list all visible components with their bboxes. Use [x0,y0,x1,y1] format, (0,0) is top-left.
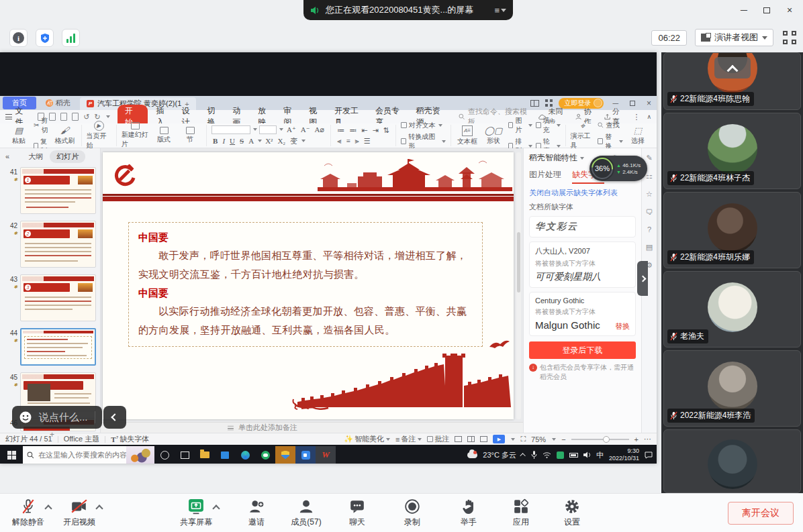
login-download-button[interactable]: 登录后下载 [529,341,636,359]
indent-button[interactable]: ⇥ [371,126,379,135]
outline-tab[interactable]: 大纲 [28,152,43,162]
settings-button[interactable]: 设置 [551,498,594,528]
panel-caret-icon[interactable] [580,157,584,160]
start-video-button[interactable]: 开启视频 [58,498,101,528]
clock[interactable]: 9:30 2022/10/31 [609,447,639,462]
maximize-icon[interactable] [757,3,776,17]
paste-button[interactable]: ▤粘贴 [7,126,30,146]
raise-hand-button[interactable]: 举手 [447,498,490,528]
comments-button[interactable]: 批注 [427,434,449,444]
zoom-percent[interactable]: 75% [531,435,546,443]
format-painter-button[interactable]: 🖌格式刷 [54,126,77,146]
slideshow-play-button[interactable]: ▶ [493,435,505,443]
close-icon[interactable]: × [780,3,799,17]
taskbar-store[interactable] [215,446,235,464]
emoji-smiley-icon[interactable] [19,411,32,424]
slide-thumbnail-44-selected[interactable]: 44✱ [1,328,96,366]
align-right-button[interactable]: ⫸ [354,137,361,146]
decrease-font-button[interactable]: A⁻ [299,125,312,134]
export-icon[interactable] [49,113,56,121]
taskbar-task-view[interactable] [175,446,195,464]
align-center-button[interactable]: ≡ [344,137,351,145]
phone-tray-icon[interactable] [557,451,564,459]
superscript-button[interactable]: X² [264,137,274,145]
tab-image-processing[interactable]: 图片处理 [529,169,561,184]
replace-font-link[interactable]: 替换 [615,321,630,331]
members-button[interactable]: 成员(57) [285,498,328,528]
current-slide[interactable]: 中国要 敢于发声，呼吁世界他国相互尊重、平等相待对话，增进相互了解，实现文明交流… [103,152,514,419]
phonetic-button[interactable]: 变 [289,136,299,146]
undo-icon[interactable]: ↺ [83,113,89,121]
invite-button[interactable]: 邀请 [235,498,278,528]
slide-thumbnail-43[interactable]: 43✱ 3 [1,274,96,321]
align-left-button[interactable]: ⫷ [336,137,342,146]
clear-format-button[interactable]: A⌀ [314,125,326,134]
performance-overlay[interactable]: 36% ▲ 46.1K/s ▼ 2.4K/s [589,156,647,181]
slides-tab[interactable]: 幻灯片 [50,150,85,163]
play-from-current-button[interactable]: ▶当页开始 [87,121,111,150]
banner-layout-menu-icon[interactable]: ≡ [494,5,506,15]
expand-panel-tab[interactable] [637,261,648,296]
taskbar-security[interactable] [275,446,295,464]
chat-button[interactable]: 聊天 [336,498,379,528]
participant-tile[interactable]: 22新能源4班陈思翰 [663,52,801,110]
picture-button[interactable]: 图片 [508,116,532,135]
tray-expand-icon[interactable] [520,453,525,458]
participant-tile[interactable]: 22新能源4班胡乐娜 [663,192,801,268]
favorite-icon[interactable]: ☆ [646,190,653,199]
taskbar-explorer[interactable] [195,446,215,464]
split-window-icon[interactable] [530,100,539,107]
participant-tile[interactable]: 22新能源4班林子杰 [663,113,801,189]
new-slide-button[interactable]: 新建幻灯片 [122,122,149,149]
meeting-security-button[interactable] [36,29,54,47]
select-button[interactable]: ⬚选择 [626,126,649,146]
notebook-icon[interactable]: ▤ [646,243,653,252]
increase-font-button[interactable]: A⁺ [285,125,297,134]
quickbar-caret-icon[interactable] [106,115,110,118]
taskbar-meeting-app[interactable] [295,446,316,464]
text-box-button[interactable]: A≡文本框 [456,125,479,146]
line-spacing-button[interactable]: ⇅ [382,126,391,135]
font-name-box[interactable] [211,125,250,134]
collapse-ribbon-icon[interactable]: ∧ [647,113,651,120]
cut-button[interactable]: ✂ 剪切 [34,116,50,135]
slide-text-box[interactable]: 中国要 敢于发声，呼吁世界他国相互尊重、平等相待对话，增进相互了解，实现文明交流… [128,222,483,347]
weather-icon[interactable] [467,452,477,458]
notes-button[interactable]: ≡备注 [395,434,422,444]
slide-thumbnail-41[interactable]: 41✱ 1 [1,167,96,214]
help-icon[interactable]: ? [647,225,651,233]
italic-button[interactable]: I [221,137,226,145]
taskbar-edge[interactable] [235,446,255,464]
share-screen-button[interactable]: 共享屏幕 [175,498,218,528]
notes-bar[interactable]: 单击此处添加备注 [101,422,523,433]
font-size-box[interactable] [259,125,277,134]
font-card-3[interactable]: Century Gothic 将被替换成下方字体 Malgun Gothic 替… [529,292,636,336]
taskbar-cortana[interactable] [154,446,175,464]
redo-icon[interactable]: ↻ [94,113,100,121]
battery-icon[interactable] [569,453,578,458]
shapes-button[interactable]: ◯▢形状 [482,126,505,146]
smart-beautify-button[interactable]: ✨智能美化 [344,434,390,444]
scroll-up-button[interactable] [714,57,751,78]
print-icon[interactable] [60,113,67,121]
wifi-icon[interactable] [542,451,551,458]
taskbar-wechat[interactable] [255,446,275,464]
subscript-button[interactable]: X₂ [276,137,287,145]
font-card-1[interactable]: 华文彩云 [529,216,636,237]
comment-icon[interactable]: 🗨 [646,208,653,216]
participant-tile[interactable]: 老渔夫 [663,271,801,348]
justify-button[interactable]: ☰ [363,137,372,146]
demo-tools-button[interactable]: ⌖演示工具 [571,121,595,150]
chat-input[interactable]: 说点什么... [39,411,88,424]
bullet-list-button[interactable]: ≔ [336,126,346,135]
mic-tray-icon[interactable] [531,451,537,459]
wps-docer-tab[interactable]: 稻稻壳 [40,98,76,108]
minimize-icon[interactable]: ─ [735,3,753,17]
unmute-button[interactable]: 解除静音 [7,498,50,528]
fill-button[interactable]: 填充 [536,116,560,135]
participant-tile[interactable] [663,429,801,493]
strikethrough-button[interactable]: S [238,137,245,145]
normal-view-icon[interactable] [455,436,462,442]
find-button[interactable]: 查找 [598,121,623,130]
notification-icon[interactable] [645,451,653,459]
